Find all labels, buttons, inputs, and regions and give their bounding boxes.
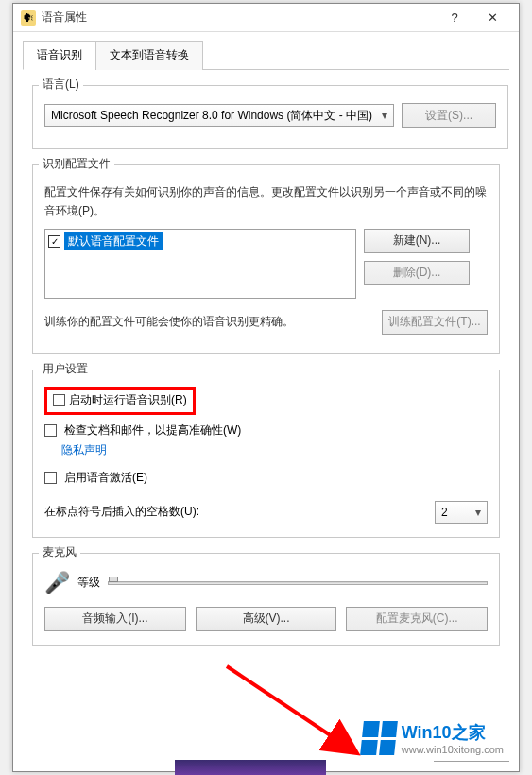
level-indicator	[109, 577, 118, 582]
window-title: 语音属性	[42, 9, 436, 26]
speech-properties-dialog: 🗣 语音属性 ? ✕ 语音识别 文本到语音转换 语言(L) Microsoft …	[12, 3, 520, 772]
titlebar: 🗣 语音属性 ? ✕	[13, 4, 519, 32]
tabstrip: 语音识别 文本到语音转换	[23, 40, 509, 70]
legend-microphone: 麦克风	[39, 544, 80, 560]
enable-activation-checkbox[interactable]	[44, 472, 57, 484]
configure-mic-button[interactable]: 配置麦克风(C)...	[346, 607, 488, 631]
tab-speech-recognition[interactable]: 语音识别	[23, 41, 96, 70]
microphone-icon: 🎤	[44, 571, 70, 595]
profile-listbox[interactable]: ✓ 默认语音配置文件	[44, 229, 356, 299]
group-user-settings: 用户设置 启动时运行语音识别(R) 检查文档和邮件，以提高准确性(W) 隐私声明…	[32, 370, 500, 538]
settings-button[interactable]: 设置(S)...	[402, 103, 496, 128]
close-button[interactable]: ✕	[473, 5, 511, 31]
profiles-description: 配置文件保存有关如何识别你的声音的信息。更改配置文件以识别另一个声音或不同的噪音…	[44, 182, 488, 221]
tab-text-to-speech[interactable]: 文本到语音转换	[95, 41, 203, 70]
group-profiles: 识别配置文件 配置文件保存有关如何识别你的声音的信息。更改配置文件以识别另一个声…	[32, 164, 500, 354]
recognizer-value: Microsoft Speech Recognizer 8.0 for Wind…	[51, 108, 372, 124]
advanced-button[interactable]: 高级(V)...	[196, 607, 337, 631]
level-label: 等级	[77, 575, 100, 591]
run-at-startup-checkbox[interactable]	[53, 394, 65, 406]
delete-profile-button[interactable]: 删除(D)...	[364, 261, 470, 285]
privacy-link[interactable]: 隐私声明	[61, 443, 107, 456]
legend-profiles: 识别配置文件	[39, 156, 114, 172]
group-microphone: 麦克风 🎤 等级 音频输入(I)... 高级(V)... 配置麦克风(C)...	[32, 553, 500, 646]
review-docs-checkbox[interactable]	[44, 424, 57, 437]
legend-language: 语言(L)	[39, 77, 83, 93]
spaces-value: 2	[441, 506, 448, 519]
new-profile-button[interactable]: 新建(N)...	[364, 229, 470, 253]
level-meter	[108, 581, 488, 585]
profile-item-checkbox[interactable]: ✓	[48, 235, 60, 248]
profile-item-default[interactable]: ✓ 默认语音配置文件	[48, 232, 352, 250]
audio-input-button[interactable]: 音频输入(I)...	[44, 607, 186, 631]
spaces-label: 在标点符号后插入的空格数(U):	[44, 504, 427, 520]
train-description: 训练你的配置文件可能会使你的语音识别更精确。	[44, 314, 374, 330]
review-docs-label: 检查文档和邮件，以提高准确性(W)	[64, 422, 241, 439]
background-preview	[175, 760, 326, 775]
legend-user-settings: 用户设置	[39, 361, 92, 377]
train-profile-button[interactable]: 训练配置文件(T)...	[382, 310, 488, 335]
profile-item-label: 默认语音配置文件	[64, 232, 163, 250]
spaces-select[interactable]: 2	[435, 501, 488, 524]
recognizer-select[interactable]: Microsoft Speech Recognizer 8.0 for Wind…	[44, 104, 394, 127]
enable-activation-label: 启用语音激活(E)	[64, 470, 147, 486]
highlight-run-at-startup: 启动时运行语音识别(R)	[44, 388, 196, 415]
ok-button[interactable]: 确定	[434, 737, 509, 762]
tab-body: 语言(L) Microsoft Speech Recognizer 8.0 fo…	[23, 70, 509, 720]
content-area: 语音识别 文本到语音转换 语言(L) Microsoft Speech Reco…	[13, 32, 519, 728]
help-button[interactable]: ?	[436, 5, 473, 31]
speech-icon: 🗣	[21, 10, 36, 26]
run-at-startup-label: 启动时运行语音识别(R)	[69, 392, 187, 408]
group-language: 语言(L) Microsoft Speech Recognizer 8.0 fo…	[32, 85, 508, 149]
